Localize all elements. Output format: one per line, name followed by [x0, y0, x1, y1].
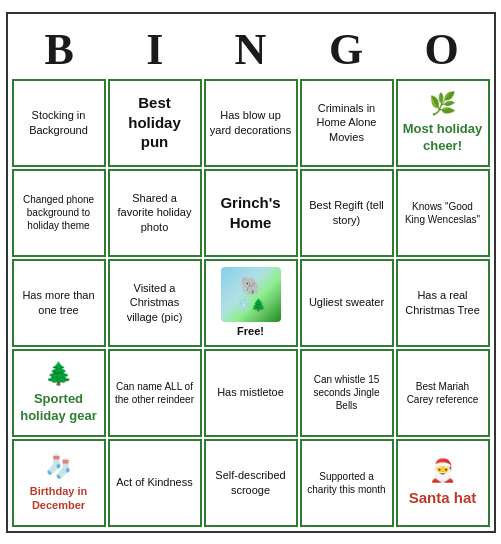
cell-i3[interactable]: Visited a Christmas village (pic): [108, 259, 202, 347]
cell-o2-text: Knows "Good King Wenceslas": [402, 200, 484, 226]
cell-b3[interactable]: Has more than one tree: [12, 259, 106, 347]
cell-n5[interactable]: Self-described scrooge: [204, 439, 298, 527]
cell-g2[interactable]: Best Regift (tell story): [300, 169, 394, 257]
cell-o1[interactable]: 🌿 Most holiday cheer!: [396, 79, 490, 167]
cell-g5-text: Supported a charity this month: [306, 470, 388, 496]
santa-icon: 🎅: [429, 457, 456, 486]
cell-o5[interactable]: 🎅 Santa hat: [396, 439, 490, 527]
letter-i: I: [111, 24, 199, 75]
bingo-grid: Stocking in Background Best holiday pun …: [12, 79, 490, 527]
cell-g4-text: Can whistle 15 seconds Jingle Bells: [306, 373, 388, 412]
cell-o4[interactable]: Best Mariah Carey reference: [396, 349, 490, 437]
cell-o5-text: Santa hat: [409, 488, 477, 508]
tree-icon: 🌲: [45, 360, 72, 389]
cell-o4-text: Best Mariah Carey reference: [402, 380, 484, 406]
letter-o: O: [398, 24, 486, 75]
cell-i4[interactable]: Can name ALL of the other reindeer: [108, 349, 202, 437]
cell-n1[interactable]: Has blow up yard decorations: [204, 79, 298, 167]
cell-g3[interactable]: Ugliest sweater: [300, 259, 394, 347]
cell-i3-text: Visited a Christmas village (pic): [114, 281, 196, 324]
cell-n5-text: Self-described scrooge: [210, 468, 292, 497]
cell-i5-text: Act of Kindness: [116, 475, 192, 489]
cell-g2-text: Best Regift (tell story): [306, 198, 388, 227]
cell-o2[interactable]: Knows "Good King Wenceslas": [396, 169, 490, 257]
cell-b3-text: Has more than one tree: [18, 288, 100, 317]
cell-b2-text: Changed phone background to holiday them…: [18, 193, 100, 232]
cell-g5[interactable]: Supported a charity this month: [300, 439, 394, 527]
stocking-icon: 🧦: [45, 453, 72, 482]
bingo-card: B I N G O Stocking in Background Best ho…: [6, 12, 496, 533]
letter-b: B: [15, 24, 103, 75]
cell-g4[interactable]: Can whistle 15 seconds Jingle Bells: [300, 349, 394, 437]
cell-g1-text: Criminals in Home Alone Movies: [306, 101, 388, 144]
free-cell-image: 🐘 ❄️🌲: [221, 267, 281, 322]
cell-o3-text: Has a real Christmas Tree: [402, 288, 484, 317]
cell-n3-free[interactable]: 🐘 ❄️🌲 Free!: [204, 259, 298, 347]
cell-b2[interactable]: Changed phone background to holiday them…: [12, 169, 106, 257]
cell-g1[interactable]: Criminals in Home Alone Movies: [300, 79, 394, 167]
cell-n4-text: Has mistletoe: [217, 385, 284, 399]
cell-b5[interactable]: 🧦 Birthday in December: [12, 439, 106, 527]
cell-b1[interactable]: Stocking in Background: [12, 79, 106, 167]
cell-n1-text: Has blow up yard decorations: [210, 108, 292, 137]
cell-b4-text: Sported holiday gear: [18, 391, 100, 425]
bingo-header: B I N G O: [12, 18, 490, 77]
holly-icon: 🌿: [429, 90, 456, 119]
cell-i5[interactable]: Act of Kindness: [108, 439, 202, 527]
cell-o1-text: Most holiday cheer!: [402, 121, 484, 155]
cell-o3[interactable]: Has a real Christmas Tree: [396, 259, 490, 347]
cell-b5-text: Birthday in December: [18, 484, 100, 513]
cell-i2[interactable]: Shared a favorite holiday photo: [108, 169, 202, 257]
cell-n2[interactable]: Grinch's Home: [204, 169, 298, 257]
free-label: Free!: [237, 324, 264, 338]
cell-b4[interactable]: 🌲 Sported holiday gear: [12, 349, 106, 437]
cell-b1-text: Stocking in Background: [18, 108, 100, 137]
cell-i4-text: Can name ALL of the other reindeer: [114, 380, 196, 406]
cell-n2-text: Grinch's Home: [210, 193, 292, 232]
letter-g: G: [302, 24, 390, 75]
cell-g3-text: Ugliest sweater: [309, 295, 384, 309]
cell-i1[interactable]: Best holiday pun: [108, 79, 202, 167]
cell-i2-text: Shared a favorite holiday photo: [114, 191, 196, 234]
letter-n: N: [206, 24, 294, 75]
cell-i1-text: Best holiday pun: [114, 93, 196, 152]
cell-n4[interactable]: Has mistletoe: [204, 349, 298, 437]
